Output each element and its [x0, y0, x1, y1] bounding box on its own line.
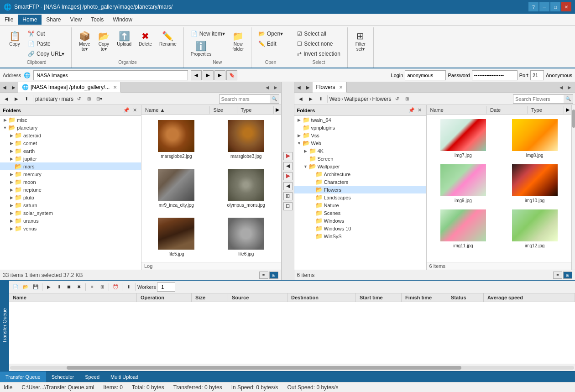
rfh-pin[interactable]: 📌	[408, 107, 415, 114]
address-input[interactable]	[33, 70, 188, 80]
col-type-header[interactable]: Type	[237, 106, 274, 114]
tree-r-twain[interactable]: ▶ 📁 twain_64	[294, 116, 426, 124]
right-search-btn[interactable]: 🔍	[564, 95, 573, 103]
tree-item-moon[interactable]: ▶ 📁 moon	[0, 178, 141, 186]
left-panel-tab[interactable]: 🌐 [NASA Images] /photo_gallery/... ✕	[18, 82, 121, 93]
login-input[interactable]	[405, 70, 446, 80]
menu-window[interactable]: Window	[108, 15, 137, 25]
tc-name-header[interactable]: Name	[9, 293, 137, 302]
transfer-right2-btn[interactable]: ▶	[283, 172, 293, 180]
right-view-btn[interactable]: ⊞	[402, 94, 412, 104]
left-nav-forward[interactable]: ▶	[9, 83, 18, 92]
file-item-file6[interactable]: file6.jpg	[212, 214, 280, 261]
tab-speed[interactable]: Speed	[79, 371, 105, 382]
file-item-img10[interactable]: img10.jpg	[500, 162, 570, 205]
new-item-button[interactable]: 📄 New item▾	[188, 29, 228, 38]
left-nav-back[interactable]: ◀	[0, 83, 9, 92]
edit-button[interactable]: ✏️ Edit	[255, 39, 286, 48]
tree-item-earth[interactable]: ▶ 📁 earth	[0, 147, 141, 155]
left-panel-nav-left[interactable]: ◀	[264, 84, 271, 91]
tree-r-scenes[interactable]: 📁 Scenes	[294, 209, 426, 217]
col-size-header[interactable]: Size	[210, 106, 237, 114]
menu-file[interactable]: File	[0, 15, 18, 25]
tree-r-winsys[interactable]: 📁 WinSyS	[294, 232, 426, 240]
tf-upload-speed[interactable]: ⬆	[124, 282, 133, 292]
right-view-grid[interactable]: ⊞	[563, 272, 572, 279]
close-button[interactable]: ✕	[561, 2, 571, 11]
refresh-btn[interactable]: ↺	[74, 94, 84, 104]
tree-item-misc[interactable]: ▶ 📁 misc	[0, 116, 141, 124]
menu-share[interactable]: Share	[42, 15, 65, 25]
sync-btn[interactable]: ⊞	[283, 192, 293, 200]
tree-r-windows[interactable]: 📁 Windows	[294, 217, 426, 225]
left-up-btn[interactable]: ⬆	[22, 94, 31, 104]
right-scrollbar[interactable]	[571, 105, 575, 270]
file-item-img8[interactable]: img8.jpg	[500, 117, 570, 160]
tree-item-pluto[interactable]: ▶ 📁 pluto	[0, 193, 141, 201]
copy-to-button[interactable]: 📂 Copyto▾	[94, 29, 113, 54]
right-back-btn[interactable]: ◀	[296, 94, 305, 104]
tab-multi-upload[interactable]: Multi Upload	[105, 371, 144, 382]
left-tab-close[interactable]: ✕	[113, 85, 117, 90]
invert-selection-button[interactable]: ⇄ Invert selection	[294, 49, 344, 58]
menu-view[interactable]: View	[65, 15, 86, 25]
tf-play[interactable]: ▶	[44, 282, 53, 292]
tf-schedule[interactable]: ⏰	[111, 282, 120, 292]
r-expand-cols-btn[interactable]: ▶	[564, 106, 571, 114]
tc-status-header[interactable]: Status	[447, 293, 484, 302]
tab-transfer-queue[interactable]: Transfer Queue	[0, 371, 46, 382]
tree-r-vss[interactable]: ▶ 📁 Vss	[294, 131, 426, 139]
tree-r-vpnplugins[interactable]: 📁 vpnplugins	[294, 124, 426, 131]
path-mars[interactable]: mars	[61, 96, 73, 102]
right-view-list[interactable]: ≡	[553, 272, 562, 279]
bookmark-button[interactable]: 🔖	[226, 70, 237, 80]
tree-item-solar-system[interactable]: ▶ 📁 solar_system	[0, 209, 141, 217]
tree-item-mars[interactable]: 📂 mars	[0, 162, 141, 170]
right-panel-nav-right[interactable]: ▶	[566, 84, 573, 91]
tree-item-planetary[interactable]: ▼ 📂 planetary	[0, 124, 141, 131]
right-refresh-btn[interactable]: ↺	[392, 94, 402, 104]
r-col-name-header[interactable]: Name	[427, 106, 487, 114]
path-planetary[interactable]: planetary	[35, 96, 58, 102]
tf-save[interactable]: 💾	[31, 282, 40, 292]
tree-r-windows10[interactable]: 📁 Windows 10	[294, 225, 426, 232]
right-nav-back[interactable]: ◀	[294, 83, 303, 92]
file-item-img7[interactable]: img7.jpg	[429, 117, 498, 160]
port-input[interactable]	[530, 70, 544, 80]
new-folder-button[interactable]: 📁 Newfolder	[229, 29, 247, 54]
tc-dest-header[interactable]: Destination	[288, 293, 356, 302]
transfer-right-btn[interactable]: ▶	[283, 152, 293, 160]
right-tab-close[interactable]: ✕	[339, 85, 343, 90]
filter-set-button[interactable]: ⊞ Filterset▾	[351, 29, 370, 54]
expand-cols-btn[interactable]: ▶	[274, 106, 281, 114]
tree-item-venus[interactable]: ▶ 📁 venus	[0, 225, 141, 232]
file-item-folder-placeholder[interactable]: 📁	[429, 252, 498, 262]
open-button[interactable]: 📂 Open▾	[255, 29, 286, 38]
r-col-type-header[interactable]: Type	[528, 106, 564, 114]
rename-button[interactable]: ✏️ Rename	[156, 29, 180, 49]
tree-item-neptune[interactable]: ▶ 📁 neptune	[0, 186, 141, 193]
select-all-button[interactable]: ☑ Select all	[294, 29, 344, 38]
right-up-btn[interactable]: ⬆	[316, 94, 325, 104]
file-item-marsglobe3[interactable]: marsglobe3.jpg	[212, 116, 280, 163]
tc-size-header[interactable]: Size	[192, 293, 228, 302]
copy-url-button[interactable]: 🔗 Copy URL▾	[25, 49, 68, 58]
tree-item-mercury[interactable]: ▶ 📁 mercury	[0, 170, 141, 178]
file-item-marsglobe2[interactable]: marsglobe2.jpg	[142, 116, 210, 163]
properties-button[interactable]: ℹ️ Properties	[188, 39, 215, 59]
tree-r-screen[interactable]: 📁 Screen	[294, 155, 426, 162]
tree-r-wallpaper[interactable]: ▼ 📂 Wallpaper	[294, 162, 426, 170]
maximize-button[interactable]: □	[550, 2, 560, 11]
tree-item-uranus[interactable]: ▶ 📁 uranus	[0, 217, 141, 225]
cut-button[interactable]: ✂️ Cut	[25, 29, 68, 38]
tf-cancel[interactable]: ✖	[74, 282, 84, 292]
right-search-input[interactable]	[513, 95, 564, 103]
tf-stop[interactable]: ⏹	[64, 282, 73, 292]
workers-input[interactable]	[157, 282, 175, 292]
transfer-left-btn[interactable]: ◀	[283, 162, 293, 170]
tf-list[interactable]: ≡	[88, 282, 97, 292]
tree-item-comet[interactable]: ▶ 📁 comet	[0, 139, 141, 147]
tc-speed-header[interactable]: Average speed	[484, 293, 575, 302]
left-panel-nav-right[interactable]: ▶	[272, 84, 279, 91]
password-input[interactable]	[472, 70, 518, 80]
